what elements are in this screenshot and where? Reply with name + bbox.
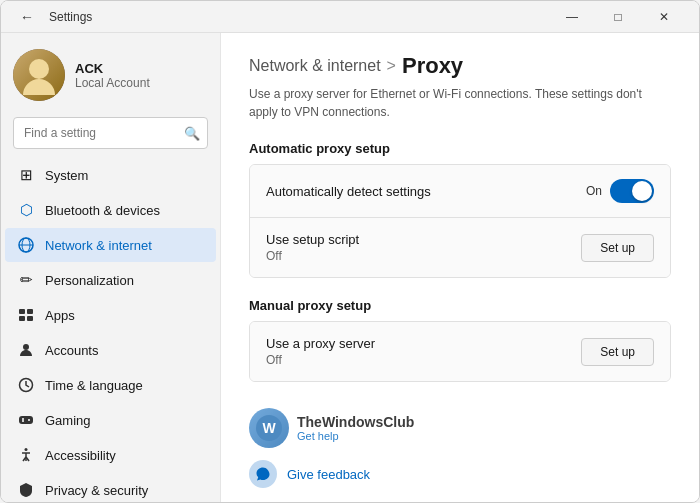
svg-rect-6 (27, 316, 33, 321)
main-content: ACK Local Account 🔍 ⊞ System ⬡ Bluetooth… (1, 33, 699, 502)
auto-detect-toggle[interactable] (610, 179, 654, 203)
content-area: Network & internet > Proxy Use a proxy s… (221, 33, 699, 502)
avatar-image (13, 49, 65, 101)
toggle-on-label: On (586, 184, 602, 198)
svg-rect-5 (19, 316, 25, 321)
sidebar-item-system[interactable]: ⊞ System (5, 158, 216, 192)
time-icon (17, 376, 35, 394)
breadcrumb: Network & internet > Proxy (249, 53, 671, 79)
help-section: W TheWindowsClub Get help Give feedbac (249, 402, 671, 494)
accessibility-icon (17, 446, 35, 464)
sidebar: ACK Local Account 🔍 ⊞ System ⬡ Bluetooth… (1, 33, 221, 502)
watermark-sub[interactable]: Get help (297, 430, 414, 442)
use-proxy-button[interactable]: Set up (581, 338, 654, 366)
gaming-icon (17, 411, 35, 429)
system-icon: ⊞ (17, 166, 35, 184)
accounts-icon (17, 341, 35, 359)
watermark-info: TheWindowsClub Get help (297, 414, 414, 442)
apps-icon (17, 306, 35, 324)
setup-script-button[interactable]: Set up (581, 234, 654, 262)
personalization-icon: ✏ (17, 271, 35, 289)
sidebar-item-personalization[interactable]: ✏ Personalization (5, 263, 216, 297)
svg-rect-9 (19, 416, 33, 424)
use-proxy-info: Use a proxy server Off (266, 336, 375, 367)
sidebar-item-time[interactable]: Time & language (5, 368, 216, 402)
toggle-thumb (632, 181, 652, 201)
sidebar-item-accessibility-label: Accessibility (45, 448, 116, 463)
auto-detect-title: Automatically detect settings (266, 184, 431, 199)
sidebar-item-personalization-label: Personalization (45, 273, 134, 288)
privacy-icon (17, 481, 35, 499)
svg-point-14 (25, 448, 28, 451)
close-button[interactable]: ✕ (641, 1, 687, 33)
sidebar-item-accounts[interactable]: Accounts (5, 333, 216, 367)
titlebar: ← Settings — □ ✕ (1, 1, 699, 33)
use-proxy-row: Use a proxy server Off Set up (250, 322, 670, 381)
svg-rect-4 (27, 309, 33, 314)
sidebar-item-system-label: System (45, 168, 88, 183)
svg-point-7 (23, 344, 29, 350)
minimize-button[interactable]: — (549, 1, 595, 33)
titlebar-title: Settings (49, 10, 92, 24)
svg-point-13 (28, 419, 30, 421)
use-proxy-title: Use a proxy server (266, 336, 375, 351)
sidebar-item-privacy[interactable]: Privacy & security (5, 473, 216, 502)
watermark-name: TheWindowsClub (297, 414, 414, 430)
search-box: 🔍 (13, 117, 208, 149)
auto-detect-info: Automatically detect settings (266, 184, 431, 199)
automatic-proxy-card: Automatically detect settings On Use set… (249, 164, 671, 278)
auto-detect-row: Automatically detect settings On (250, 165, 670, 218)
breadcrumb-separator: > (387, 57, 396, 75)
give-feedback-item[interactable]: Give feedback (249, 454, 671, 494)
setup-script-subtitle: Off (266, 249, 359, 263)
user-section: ACK Local Account (1, 33, 220, 117)
bluetooth-icon: ⬡ (17, 201, 35, 219)
sidebar-item-time-label: Time & language (45, 378, 143, 393)
toggle-wrap: On (586, 179, 654, 203)
sidebar-item-network-label: Network & internet (45, 238, 152, 253)
sidebar-item-apps[interactable]: Apps (5, 298, 216, 332)
sidebar-item-accounts-label: Accounts (45, 343, 98, 358)
sidebar-item-privacy-label: Privacy & security (45, 483, 148, 498)
give-feedback-label: Give feedback (287, 467, 370, 482)
nav-section: ⊞ System ⬡ Bluetooth & devices (1, 157, 220, 502)
sidebar-item-network[interactable]: Network & internet (5, 228, 216, 262)
setup-script-row: Use setup script Off Set up (250, 218, 670, 277)
titlebar-controls: — □ ✕ (549, 1, 687, 33)
manual-section-header: Manual proxy setup (249, 298, 671, 313)
sidebar-item-accessibility[interactable]: Accessibility (5, 438, 216, 472)
use-proxy-subtitle: Off (266, 353, 375, 367)
network-icon (17, 236, 35, 254)
user-account-type: Local Account (75, 76, 208, 90)
setup-script-title: Use setup script (266, 232, 359, 247)
svg-text:W: W (262, 420, 276, 436)
settings-window: ← Settings — □ ✕ ACK Local Account (0, 0, 700, 503)
breadcrumb-parent[interactable]: Network & internet (249, 57, 381, 75)
search-icon: 🔍 (184, 126, 200, 141)
sidebar-item-bluetooth[interactable]: ⬡ Bluetooth & devices (5, 193, 216, 227)
watermark-logo: W (249, 408, 289, 448)
sidebar-item-bluetooth-label: Bluetooth & devices (45, 203, 160, 218)
avatar (13, 49, 65, 101)
svg-rect-3 (19, 309, 25, 314)
page-title: Proxy (402, 53, 463, 79)
watermark: W TheWindowsClub Get help (249, 402, 671, 454)
sidebar-item-apps-label: Apps (45, 308, 75, 323)
titlebar-left: ← Settings (13, 3, 92, 31)
sidebar-item-gaming-label: Gaming (45, 413, 91, 428)
search-input[interactable] (13, 117, 208, 149)
feedback-icon (249, 460, 277, 488)
back-button[interactable]: ← (13, 3, 41, 31)
manual-proxy-card: Use a proxy server Off Set up (249, 321, 671, 382)
page-description: Use a proxy server for Ethernet or Wi-Fi… (249, 85, 669, 121)
setup-script-info: Use setup script Off (266, 232, 359, 263)
user-name: ACK (75, 61, 208, 76)
automatic-section-header: Automatic proxy setup (249, 141, 671, 156)
user-info: ACK Local Account (75, 61, 208, 90)
maximize-button[interactable]: □ (595, 1, 641, 33)
sidebar-item-gaming[interactable]: Gaming (5, 403, 216, 437)
